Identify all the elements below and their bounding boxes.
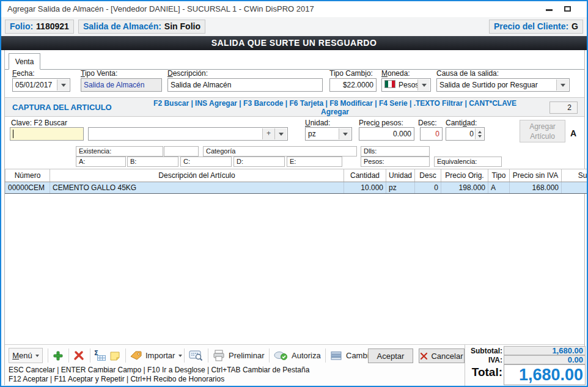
grid-column-header[interactable]: Tipo — [488, 169, 510, 182]
grid-column-header[interactable]: SubTotal — [562, 169, 588, 182]
title-bar: Agregar Salida de Almacén - [Vendedor DA… — [1, 1, 587, 17]
preliminar-label: Preliminar — [229, 351, 265, 360]
subtotal-label: Subtotal: — [427, 347, 502, 355]
moneda-field[interactable]: Pesos — [381, 78, 431, 92]
mexico-flag-icon — [384, 80, 395, 88]
pesos-box: Pesos: — [361, 157, 430, 167]
delete-icon — [73, 350, 84, 361]
moneda-dropdown-icon[interactable] — [417, 79, 430, 90]
articles-grid: NúmeroDescripción del ArtículoCantidadUn… — [5, 169, 584, 344]
table-row[interactable]: 00000CEMCEMENTO GALLO 45KG10.000pz0198.0… — [6, 182, 588, 194]
iva-label: IVA: — [427, 356, 502, 364]
grid-column-header[interactable]: Precio sin IVA — [510, 169, 562, 182]
hotkeys-bar[interactable]: F2 Buscar | INS Agregar | F3 Barcode | F… — [139, 99, 531, 116]
total-value: 1,680.00 — [504, 364, 586, 385]
unidad-field[interactable]: pz — [305, 127, 352, 141]
folio-box: Folio:1180921 — [5, 20, 74, 34]
grid-column-header[interactable]: Número — [6, 169, 50, 182]
descripcion-field[interactable]: Salida de Almacén — [167, 78, 323, 92]
tipo-venta-field: Salida de Almacén — [81, 78, 162, 92]
salida-box: Salida de Almacén:Sin Folio — [78, 20, 205, 34]
causa-value: Salida de Surtido por Resguar — [439, 81, 538, 89]
articulo-dropdown-icon[interactable] — [274, 128, 287, 139]
existencia-box: Existencia: — [76, 146, 163, 157]
fecha-label: Fecha: — [12, 69, 35, 78]
causa-dropdown-icon[interactable] — [556, 79, 568, 90]
descripcion-label: Descripción: — [167, 69, 208, 78]
precio-e-box: E: — [287, 157, 342, 167]
delete-row-button[interactable] — [73, 348, 84, 363]
window-title: Agregar Salida de Almacén - [Vendedor DA… — [7, 1, 314, 17]
grid-column-header[interactable]: Descripción del Artículo — [50, 169, 344, 182]
screen-magnifier-icon — [189, 350, 203, 361]
importar-dropdown-icon — [178, 355, 182, 357]
preview-screen-button[interactable] — [189, 348, 203, 363]
clave-input[interactable] — [10, 127, 84, 141]
hotkeys-line2: Agregar — [139, 108, 531, 116]
price-type-indicator: A — [570, 128, 576, 138]
grid-cell: pz — [386, 182, 415, 194]
text-caret — [13, 130, 13, 138]
grid-column-header[interactable]: Desc — [415, 169, 441, 182]
totalize-button[interactable]: Σ — [94, 348, 106, 363]
fecha-dropdown-icon[interactable] — [57, 79, 69, 90]
minimize-button[interactable] — [546, 9, 553, 11]
importar-button[interactable]: Importar — [130, 348, 182, 363]
hotkeys-line1: F2 Buscar | INS Agregar | F3 Barcode | F… — [139, 99, 531, 108]
tipo-venta-value: Salida de Almacén — [84, 81, 144, 89]
grid-column-header[interactable]: Unidad — [386, 169, 415, 182]
unidad-dropdown-icon[interactable] — [339, 128, 351, 139]
printer-icon — [213, 350, 225, 361]
grid-cell: 168.000 — [510, 182, 562, 194]
importar-label: Importar — [145, 351, 175, 360]
unidad-label: Unidad: — [305, 119, 330, 127]
grid-cell: CEMENTO GALLO 45KG — [50, 182, 344, 194]
autoriza-button[interactable]: Autoriza — [274, 348, 321, 363]
menu-button[interactable]: Menú — [9, 348, 43, 363]
articulo-descripcion-combo[interactable]: + — [88, 127, 288, 141]
preliminar-button[interactable]: Preliminar — [213, 348, 265, 363]
causa-field[interactable]: Salida de Surtido por Resguar — [436, 78, 570, 92]
grid-header-row: NúmeroDescripción del ArtículoCantidadUn… — [6, 169, 588, 182]
unidad-value: pz — [308, 130, 316, 138]
precio-pesos-field[interactable]: 0.000 — [359, 127, 414, 141]
tipo-cambio-value: $22.0000 — [343, 81, 373, 89]
statusbar-line2: F12 Aceptar | F11 Aceptar y Repetir | Ct… — [9, 375, 224, 383]
toolbar-separator — [184, 348, 185, 363]
descripcion-value: Salida de Almacén — [171, 81, 231, 89]
folio-value: 1180921 — [36, 21, 69, 31]
folio-strip: Folio:1180921 Salida de Almacén:Sin Foli… — [1, 17, 587, 36]
captura-strip: CAPTURA DEL ARTICULO F2 Buscar | INS Agr… — [5, 97, 584, 117]
menu-dropdown-icon — [35, 355, 39, 357]
precio-a-box: A: — [76, 157, 126, 167]
banner-title: SALIDA QUE SURTE UN RESGUARDO — [1, 36, 587, 50]
tipo-cambio-label: Tipo Cambio: — [329, 69, 373, 78]
fecha-field[interactable]: 05/01/2017 — [12, 78, 70, 92]
toolbar-separator — [48, 348, 48, 363]
toolbar-separator — [68, 348, 69, 363]
article-counter: 2 — [549, 101, 578, 114]
desc-field[interactable]: 0 — [420, 127, 443, 141]
add-row-button[interactable] — [53, 348, 64, 363]
grid-column-header[interactable]: Precio Orig. — [441, 169, 488, 182]
agregar-articulo-button[interactable]: Agregar Artículo — [520, 120, 565, 142]
salida-value: Sin Folio — [164, 21, 200, 31]
precio-cliente-value: G — [571, 21, 578, 31]
tab-venta[interactable]: Venta — [9, 53, 40, 70]
grid-body: 00000CEMCEMENTO GALLO 45KG10.000pz0198.0… — [6, 182, 588, 194]
expand-plus-button[interactable]: + — [262, 128, 274, 139]
precio-d-box: D: — [233, 157, 285, 167]
maximize-button[interactable] — [564, 6, 571, 12]
tipo-venta-label: Tipo Venta: — [81, 69, 117, 78]
cantidad-value: 0 — [469, 130, 474, 138]
cantidad-spinner[interactable] — [475, 128, 483, 139]
note-button[interactable] — [109, 348, 120, 363]
aceptar-button[interactable]: Aceptar — [368, 348, 413, 363]
precio-cliente-box: Precio del Cliente:G — [489, 20, 583, 34]
change-printer-icon — [330, 351, 342, 361]
grid-column-header[interactable]: Cantidad — [344, 169, 386, 182]
cantidad-stepper[interactable]: 0 — [446, 127, 485, 141]
add-icon — [53, 350, 64, 361]
tipo-cambio-field[interactable]: $22.0000 — [329, 78, 377, 92]
captura-title: CAPTURA DEL ARTICULO — [12, 98, 112, 117]
